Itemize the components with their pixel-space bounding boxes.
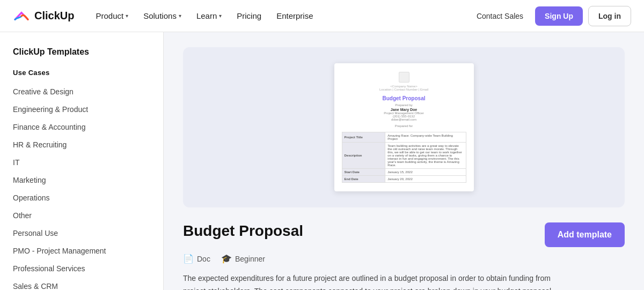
- meta-label: Doc: [197, 255, 210, 263]
- doc-person-name: Jane Mary Doe: [342, 108, 466, 111]
- doc-table-value: January 20, 2022: [385, 176, 466, 183]
- logo-link[interactable]: ClickUp: [13, 8, 74, 25]
- sidebar-section-title: Use Cases: [13, 69, 150, 77]
- doc-table-row: Start DateJanuary 15, 2022: [342, 169, 466, 176]
- sidebar-link[interactable]: Operations: [13, 189, 150, 207]
- template-meta-item: 🎓Beginner: [221, 254, 265, 264]
- doc-prepared-label: Prepared by: [342, 103, 466, 107]
- meta-icon: 🎓: [221, 254, 232, 264]
- doc-table-row: DescriptionTeam building activities are …: [342, 143, 466, 169]
- doc-table-label: End Date: [342, 176, 385, 183]
- template-info-row: Budget Proposal Add template: [183, 222, 625, 247]
- doc-table-label: Description: [342, 143, 385, 169]
- nav-item-learn[interactable]: Learn ▾: [190, 7, 228, 25]
- sidebar: ClickUp Templates Use Cases Creative & D…: [0, 32, 164, 290]
- doc-header: <Company Name> Location | Contact Number…: [342, 72, 466, 91]
- doc-table-value: Team building activities are a great way…: [385, 143, 466, 169]
- navbar: ClickUp Product ▾ Solutions ▾ Learn ▾ Pr…: [0, 0, 644, 32]
- nav-item-solutions[interactable]: Solutions ▾: [137, 7, 188, 25]
- template-preview-card: <Company Name> Location | Contact Number…: [183, 47, 625, 207]
- template-title: Budget Proposal: [183, 222, 303, 240]
- page-container: ClickUp Templates Use Cases Creative & D…: [0, 32, 644, 290]
- sidebar-link[interactable]: Marketing: [13, 172, 150, 189]
- meta-label: Beginner: [235, 255, 265, 263]
- doc-title: Budget Proposal: [342, 95, 466, 101]
- main-content: <Company Name> Location | Contact Number…: [164, 32, 644, 290]
- sign-up-button[interactable]: Sign Up: [535, 6, 583, 26]
- doc-logo-icon: [399, 72, 409, 83]
- chevron-down-icon: ▾: [219, 13, 222, 19]
- doc-location: Location | Contact Number | Email: [342, 88, 466, 91]
- nav-item-enterprise[interactable]: Enterprise: [270, 7, 319, 25]
- doc-table: Project TitleAmazing Race: Company-wide …: [342, 132, 466, 183]
- meta-icon: 📄: [183, 254, 194, 264]
- chevron-down-icon: ▾: [126, 13, 128, 19]
- doc-table-row: Project TitleAmazing Race: Company-wide …: [342, 132, 466, 143]
- template-meta-item: 📄Doc: [183, 254, 210, 264]
- sidebar-link[interactable]: HR & Recruiting: [13, 136, 150, 154]
- sidebar-links: Creative & DesignEngineering & ProductFi…: [13, 83, 150, 290]
- template-meta: 📄Doc🎓Beginner: [183, 254, 625, 264]
- sidebar-link[interactable]: Personal Use: [13, 225, 150, 242]
- doc-table-value: Amazing Race: Company-wide Team Building…: [385, 132, 466, 143]
- sidebar-link[interactable]: Engineering & Product: [13, 101, 150, 118]
- add-template-button[interactable]: Add template: [545, 222, 625, 247]
- chevron-down-icon: ▾: [179, 13, 181, 19]
- sidebar-title: ClickUp Templates: [13, 47, 150, 57]
- log-in-button[interactable]: Log in: [588, 6, 631, 26]
- contact-sales-link[interactable]: Contact Sales: [470, 8, 530, 25]
- doc-table-label: Project Title: [342, 132, 385, 143]
- nav-right: Contact Sales Sign Up Log in: [470, 6, 631, 26]
- doc-prepared-for: Prepared for: [342, 124, 466, 128]
- template-description: The expected expenditures for a future p…: [183, 272, 569, 290]
- nav-item-product[interactable]: Product ▾: [89, 7, 135, 25]
- sidebar-link[interactable]: Finance & Accounting: [13, 118, 150, 136]
- doc-table-label: Start Date: [342, 169, 385, 176]
- sidebar-link[interactable]: Other: [13, 207, 150, 225]
- logo-icon: [13, 8, 30, 25]
- sidebar-link[interactable]: Creative & Design: [13, 83, 150, 101]
- doc-preview: <Company Name> Location | Contact Number…: [334, 63, 474, 191]
- sidebar-link[interactable]: PMO - Project Management: [13, 242, 150, 260]
- logo-text: ClickUp: [34, 10, 74, 22]
- doc-email: ddoe@email.com: [342, 118, 466, 121]
- doc-table-value: January 15, 2022: [385, 169, 466, 176]
- nav-item-pricing[interactable]: Pricing: [230, 7, 268, 25]
- sidebar-link[interactable]: Professional Services: [13, 260, 150, 278]
- sidebar-link[interactable]: Sales & CRM: [13, 278, 150, 290]
- sidebar-link[interactable]: IT: [13, 154, 150, 172]
- doc-table-row: End DateJanuary 20, 2022: [342, 176, 466, 183]
- nav-items: Product ▾ Solutions ▾ Learn ▾ Pricing En…: [89, 7, 470, 25]
